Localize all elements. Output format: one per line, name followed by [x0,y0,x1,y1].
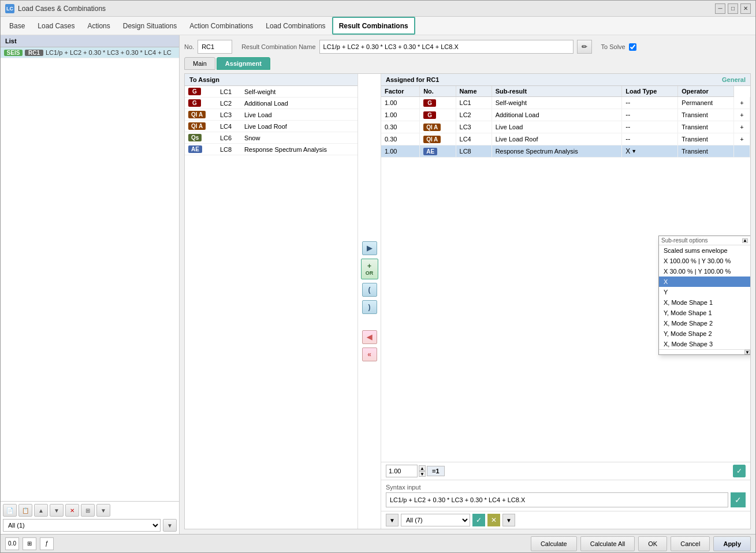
factor-spin-up[interactable]: ▲ [419,465,426,471]
lc-name: Response Spectrum Analysis [241,144,357,155]
list-item[interactable]: SEIS RC1 LC1/p + LC2 + 0.30 * LC3 + 0.30… [1,47,179,58]
name-label: Result Combination Name [241,43,315,50]
status-icon-2[interactable]: ⊞ [23,537,36,550]
status-icons: 0.0 ⊞ ƒ [5,537,54,550]
col-factor: Factor [381,86,420,97]
dropdown-option[interactable]: X [659,276,750,287]
bottom-filter-cancel[interactable]: ✕ [487,514,500,526]
calculate-button[interactable]: Calculate [531,536,577,551]
more-button[interactable]: ▼ [96,504,110,517]
edit-name-button[interactable]: ✏ [577,40,592,54]
assigned-code: LC2 [456,109,491,121]
list-area: SEIS RC1 LC1/p + LC2 + 0.30 * LC3 + 0.30… [1,47,179,501]
add-button[interactable]: ▶ [362,241,377,255]
bottom-filter-scroll-down[interactable]: ▼ [502,514,515,526]
menu-action-combinations[interactable]: Action Combinations [183,17,259,35]
bottom-filter-icon[interactable]: ▼ [386,514,399,526]
cancel-button[interactable]: Cancel [671,536,710,551]
menu-bar: Base Load Cases Actions Design Situation… [1,17,755,35]
assigned-subresult[interactable]: -- [622,97,678,109]
assigned-row[interactable]: 0.30 QI A LC3 Live Load -- Transient + [381,121,750,133]
new-item-button[interactable]: 📄 [3,504,17,517]
assigned-subresult[interactable]: -- [622,121,678,133]
to-assign-row[interactable]: G LC2 Additional Load [185,98,357,109]
no-input[interactable] [198,40,232,54]
dropdown-option[interactable]: X, Mode Shape 3 [659,339,750,349]
window-controls: ─ □ ✕ [715,3,751,14]
calculate-all-button[interactable]: Calculate All [580,536,635,551]
dropdown-option[interactable]: Y, Mode Shape 2 [659,328,750,339]
assigned-subresult[interactable]: -- [622,109,678,121]
to-assign-row[interactable]: QI A LC3 Live Load [185,109,357,121]
menu-load-cases[interactable]: Load Cases [31,17,81,35]
bottom-toolbar: ▼ All (7) Permanent Transient ✓ ✕ ▼ [381,511,750,529]
sub-result-dropdown: Sub-result options ▲ Scaled sums envelop… [658,236,750,355]
to-assign-row[interactable]: AE LC8 Response Spectrum Analysis [185,144,357,155]
assigned-row[interactable]: 1.00 G LC2 Additional Load -- Transient … [381,109,750,121]
no-label: No. [184,43,194,50]
dropdown-option[interactable]: Y [659,287,750,297]
syntax-confirm-button[interactable]: ✓ [731,492,746,507]
footer-confirm-button[interactable]: ✓ [733,465,746,477]
tab-assignment[interactable]: Assignment [217,57,270,70]
assigned-operator [733,145,750,158]
move-up-button[interactable]: ▲ [34,504,48,517]
dropdown-option[interactable]: X, Mode Shape 2 [659,318,750,328]
assigned-row[interactable]: 1.00 G LC1 Self-weight -- Permanent + [381,97,750,109]
maximize-button[interactable]: □ [728,3,738,14]
close-button[interactable]: ✕ [740,3,751,14]
open-paren-button[interactable]: ( [362,283,377,297]
assign-body: To Assign G LC1 Self-weight G LC2 Additi… [185,74,750,529]
list-badge-seis: SEIS [4,50,23,56]
list-badge-rc1: RC1 [25,50,43,56]
factor-input[interactable] [386,465,418,477]
factor-spin-down[interactable]: ▼ [419,471,426,477]
menu-design-situations[interactable]: Design Situations [117,17,183,35]
toolbar-row-1: 📄 📋 ▲ ▼ ✕ ⊞ ▼ [3,504,177,517]
menu-actions[interactable]: Actions [81,17,116,35]
syntax-input[interactable] [386,492,728,507]
list-filter-select[interactable]: All (1) [3,519,161,532]
to-assign-row[interactable]: QI A LC4 Live Load Roof [185,121,357,132]
to-assign-row[interactable]: Qs LC6 Snow [185,132,357,144]
to-solve-checkbox[interactable] [629,43,636,51]
assigned-subresult[interactable]: -- [622,133,678,145]
tab-main[interactable]: Main [184,57,215,70]
col-subresult: Sub-result [491,86,622,97]
name-input[interactable] [319,40,573,54]
dropdown-option[interactable]: X 30.00 % | Y 100.00 % [659,266,750,276]
to-assign-row[interactable]: G LC1 Self-weight [185,86,357,98]
lc-code: LC8 [217,144,241,155]
menu-result-combinations[interactable]: Result Combinations [332,17,415,35]
minimize-button[interactable]: ─ [715,3,725,14]
add-or-button[interactable]: + OR [361,259,378,279]
settings-button[interactable]: ⊞ [81,504,95,517]
menu-load-combinations[interactable]: Load Combinations [259,17,332,35]
dropdown-scroll-up[interactable]: ▲ [742,238,748,243]
ok-button[interactable]: OK [638,536,667,551]
dropdown-option[interactable]: Y, Mode Shape 1 [659,308,750,318]
bottom-filter-select[interactable]: All (7) Permanent Transient [401,514,470,526]
move-down-button[interactable]: ▼ [50,504,64,517]
remove-all-button[interactable]: « [362,348,377,361]
filter-expand-button[interactable]: ▼ [163,519,177,532]
menu-base[interactable]: Base [3,17,31,35]
lc-code: LC3 [217,109,241,121]
assigned-subresult[interactable]: X ▼ [622,145,678,158]
assigned-row[interactable]: 1.00 AE LC8 Response Spectrum Analysis X… [381,145,750,158]
sub-result-value[interactable]: X ▼ [625,147,674,155]
assigned-loadtype: Transient [678,133,734,145]
dropdown-option[interactable]: X 100.00 % | Y 30.00 % [659,256,750,266]
delete-button[interactable]: ✕ [65,504,79,517]
apply-button[interactable]: Apply [713,536,751,551]
bottom-filter-confirm[interactable]: ✓ [472,514,485,526]
status-icon-3[interactable]: ƒ [40,537,54,550]
dropdown-scroll-down[interactable]: ▼ [744,350,750,354]
duplicate-button[interactable]: 📋 [18,504,32,517]
remove-button[interactable]: ◀ [362,330,377,344]
dropdown-option[interactable]: Scaled sums envelope [659,245,750,256]
status-icon-1[interactable]: 0.0 [5,537,19,550]
assigned-row[interactable]: 0.30 QI A LC4 Live Load Roof -- Transien… [381,133,750,145]
close-paren-button[interactable]: ) [362,300,377,314]
dropdown-option[interactable]: X, Mode Shape 1 [659,297,750,308]
